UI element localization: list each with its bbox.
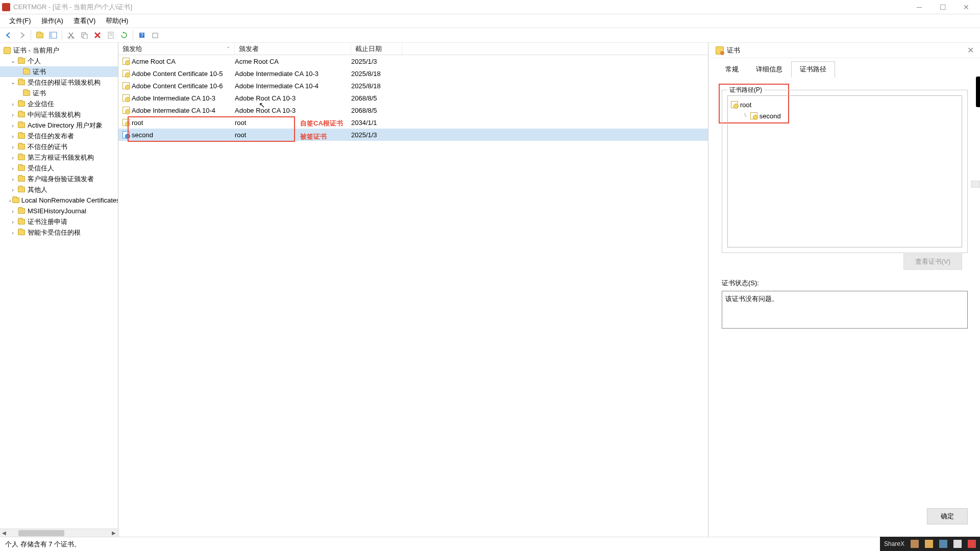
annotation-label-second: 被签证书 — [300, 132, 327, 141]
table-row[interactable]: Adobe Intermediate CA 10-4Adobe Root CA … — [118, 104, 708, 116]
menubar: 文件(F) 操作(A) 查看(V) 帮助(H) — [0, 14, 980, 28]
folder-icon — [18, 144, 25, 149]
dialog-title: 证书 — [727, 46, 740, 55]
dialog-close-button[interactable]: ✕ — [967, 45, 974, 55]
table-row[interactable]: Adobe Content Certificate 10-5Adobe Inte… — [118, 67, 708, 80]
cert-path-tree[interactable]: root └ second — [727, 95, 962, 247]
expand-icon[interactable]: › — [9, 133, 16, 139]
edge-panel-tab[interactable] — [976, 77, 980, 107]
tree-node-cert-enrollment[interactable]: ›证书注册申请 — [0, 216, 118, 227]
scrollbar-stub[interactable] — [971, 181, 980, 188]
refresh-button[interactable] — [118, 30, 130, 41]
folder-icon — [18, 187, 25, 192]
tree-root[interactable]: 证书 - 当前用户 — [0, 45, 118, 56]
svg-rect-5 — [83, 34, 87, 39]
collapse-icon[interactable]: ⌄ — [9, 58, 16, 64]
expand-icon[interactable]: › — [9, 155, 16, 161]
tray-icon-3[interactable] — [939, 540, 947, 548]
expand-icon[interactable]: › — [9, 144, 16, 150]
tree-node-ad-user-object[interactable]: ›Active Directory 用户对象 — [0, 120, 118, 131]
tray-icon-1[interactable] — [911, 540, 919, 548]
tab-details[interactable]: 详细信息 — [747, 61, 791, 78]
column-expiry[interactable]: 截止日期 — [351, 43, 402, 55]
table-row[interactable]: Adobe Intermediate CA 10-3Adobe Root CA … — [118, 92, 708, 104]
minimize-button[interactable]: ─ — [908, 1, 931, 13]
tree-node-trusted-root-certs[interactable]: 证书 — [0, 88, 118, 98]
folder-icon — [18, 176, 25, 182]
folder-icon — [18, 230, 25, 235]
sort-asc-icon: ⌃ — [226, 46, 230, 52]
certificate-icon — [122, 82, 130, 89]
tree-node-smartcard-trusted-roots[interactable]: ›智能卡受信任的根 — [0, 227, 118, 238]
expand-icon[interactable]: › — [9, 219, 16, 225]
cut-button[interactable] — [65, 30, 77, 41]
tray-app-sharex[interactable]: ShareX — [884, 540, 904, 547]
tree-node-local-nonremovable[interactable]: ›Local NonRemovable Certificates — [0, 195, 118, 206]
view-certificate-button[interactable]: 查看证书(V) — [903, 254, 962, 270]
tree-node-msie-history[interactable]: ›MSIEHistoryJournal — [0, 206, 118, 216]
cert-status-label: 证书状态(S): — [722, 279, 968, 288]
window-titlebar: CERTMGR - [证书 - 当前用户\个人\证书] ─ ☐ ✕ — [0, 0, 980, 14]
tree-node-client-auth-issuers[interactable]: ›客户端身份验证颁发者 — [0, 173, 118, 184]
menu-view[interactable]: 查看(V) — [68, 15, 101, 27]
menu-action[interactable]: 操作(A) — [36, 15, 68, 27]
toolbar: ? — [0, 28, 980, 43]
horizontal-scrollbar[interactable]: ◀ ▶ — [0, 529, 118, 537]
expand-icon[interactable]: › — [9, 208, 16, 214]
tree-node-third-party-root-ca[interactable]: ›第三方根证书颁发机构 — [0, 152, 118, 163]
path-node-root[interactable]: root — [731, 99, 959, 110]
ok-button[interactable]: 确定 — [927, 508, 968, 524]
close-button[interactable]: ✕ — [954, 1, 978, 13]
up-button[interactable] — [34, 30, 45, 41]
expand-icon[interactable]: › — [9, 122, 16, 129]
tree-node-personal-certs[interactable]: 证书 — [0, 66, 118, 77]
tray-icon-5[interactable] — [968, 540, 976, 548]
table-row[interactable]: secondroot2025/1/3 — [118, 129, 708, 141]
show-hide-tree-button[interactable] — [47, 30, 59, 41]
table-row[interactable]: Adobe Content Certificate 10-6Adobe Inte… — [118, 80, 708, 92]
path-node-second[interactable]: └ second — [731, 110, 959, 121]
forward-button[interactable] — [16, 30, 28, 41]
cert-path-legend: 证书路径(P) — [727, 86, 764, 94]
properties-button[interactable] — [105, 30, 116, 41]
expand-icon[interactable]: › — [9, 197, 11, 204]
table-row[interactable]: Acme Root CAAcme Root CA2025/1/3 — [118, 55, 708, 67]
column-issued-to[interactable]: 颁发给⌃ — [118, 43, 235, 55]
folder-icon — [18, 122, 25, 128]
tree-node-intermediate-ca[interactable]: ›中间证书颁发机构 — [0, 109, 118, 120]
menu-help[interactable]: 帮助(H) — [101, 15, 133, 27]
collapse-icon[interactable]: ⌄ — [9, 79, 16, 86]
export-list-button[interactable] — [150, 30, 161, 41]
tab-general[interactable]: 常规 — [717, 61, 747, 78]
expand-icon[interactable]: › — [9, 101, 16, 107]
help-button[interactable]: ? — [136, 30, 148, 41]
tree-node-trusted-publishers[interactable]: ›受信任的发布者 — [0, 131, 118, 141]
tree-node-personal[interactable]: ⌄ 个人 — [0, 56, 118, 66]
tray-icon-4[interactable] — [953, 540, 962, 548]
delete-button[interactable] — [92, 30, 103, 41]
tab-cert-path[interactable]: 证书路径 — [791, 61, 835, 78]
maximize-button[interactable]: ☐ — [931, 1, 954, 13]
tree-node-other-people[interactable]: ›其他人 — [0, 184, 118, 195]
certificate-icon — [716, 46, 724, 55]
folder-icon — [23, 69, 30, 74]
expand-icon[interactable]: › — [9, 187, 16, 193]
menu-file[interactable]: 文件(F) — [4, 15, 36, 27]
expand-icon[interactable]: › — [9, 112, 16, 118]
expand-icon[interactable]: › — [9, 176, 16, 182]
certificate-icon — [122, 131, 130, 138]
tree-node-trusted-people[interactable]: ›受信任人 — [0, 163, 118, 173]
tree-node-untrusted-certs[interactable]: ›不信任的证书 — [0, 141, 118, 152]
tray-icon-2[interactable] — [925, 540, 933, 548]
column-issued-by[interactable]: 颁发者 — [235, 43, 351, 55]
folder-icon — [18, 133, 25, 139]
tree-node-trusted-root-ca[interactable]: ⌄ 受信任的根证书颁发机构 — [0, 77, 118, 88]
expand-icon[interactable]: › — [9, 230, 16, 236]
certificate-icon — [122, 119, 130, 126]
expand-icon[interactable]: › — [9, 165, 16, 171]
table-row[interactable]: rootroot2034/1/1 — [118, 116, 708, 129]
tree-node-enterprise-trust[interactable]: ›企业信任 — [0, 98, 118, 109]
copy-button[interactable] — [79, 30, 90, 41]
app-icon — [2, 3, 10, 11]
back-button[interactable] — [3, 30, 14, 41]
